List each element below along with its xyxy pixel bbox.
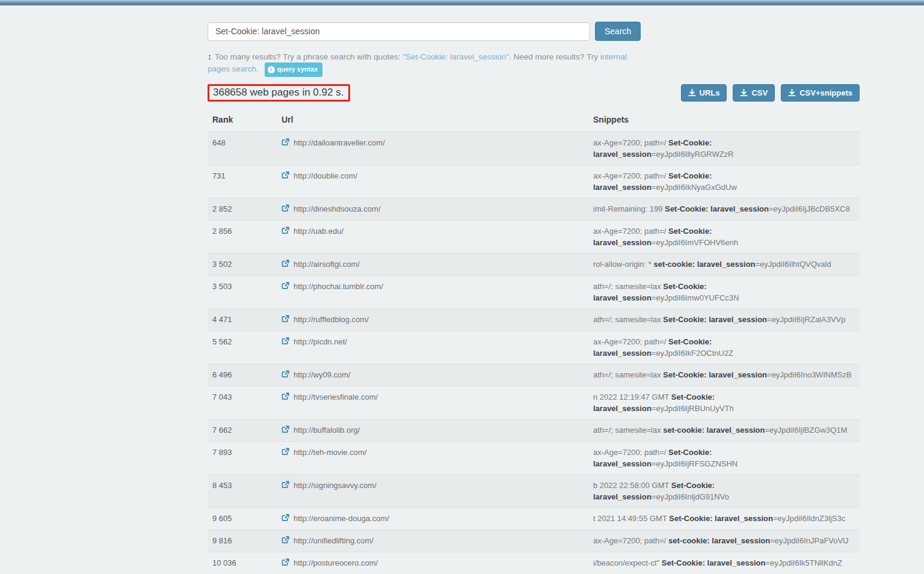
external-link-icon	[282, 392, 289, 400]
result-url-text: http://unifiedlifting.com/	[294, 535, 374, 546]
result-url-link[interactable]: http://eroanime-douga.com/	[282, 513, 389, 524]
snippet-cell: ath=/; samesite=lax Set-Cookie:laravel_s…	[588, 276, 860, 309]
result-url-text: http://ruffledblog.com/	[294, 314, 369, 325]
result-url-link[interactable]: http://postureocero.com/	[282, 557, 378, 569]
url-cell: http://teh-movie.com/	[277, 442, 588, 475]
result-url-link[interactable]: http://unifiedlifting.com/	[282, 535, 374, 546]
result-url-link[interactable]: http://airsoftgi.com/	[282, 258, 360, 270]
result-url-link[interactable]: http://ruffledblog.com/	[282, 314, 369, 325]
snippet-cell: ax-Age=7200; path=/ Set-Cookie:laravel_s…	[588, 165, 860, 198]
external-link-icon	[282, 282, 289, 290]
result-url-text: http://uab.edu/	[294, 225, 343, 237]
rank-cell: 7 662	[208, 420, 277, 442]
table-row: 5 562http://picdn.net/ax-Age=7200; path=…	[208, 331, 860, 364]
snippet-cell: ax-Age=7200; path=/ Set-Cookie:laravel_s…	[588, 442, 860, 475]
url-cell: http://ruffledblog.com/	[277, 309, 588, 331]
table-header-row: Rank Url Snippets	[208, 111, 860, 132]
table-row: 8 453http://signingsavvy.com/b 2022 22:5…	[208, 475, 860, 508]
external-link-icon	[282, 426, 289, 433]
table-row: 648http://dailoantraveller.com/ax-Age=72…	[208, 132, 860, 165]
snippet-cell: rol-allow-origin: * set-cookie: laravel_…	[588, 254, 860, 276]
column-header-snippets: Snippets	[588, 111, 860, 132]
search-hint: ↕Too many results? Try a phrase search w…	[208, 51, 635, 77]
quoted-query-link[interactable]: "Set-Cookie: laravel_session"	[402, 52, 509, 61]
snippet-cell: ax-Age=7200; path=/ Set-Cookie:laravel_s…	[588, 331, 860, 364]
rank-cell: 731	[208, 165, 277, 198]
result-url-link[interactable]: http://teh-movie.com/	[282, 447, 366, 458]
summary-row: 368658 web pages in 0.92 s. URLs CSV CSV…	[208, 84, 860, 102]
external-link-icon	[282, 171, 289, 179]
updown-arrow-icon: ↕	[208, 52, 212, 61]
export-urls-button[interactable]: URLs	[681, 84, 727, 102]
external-link-icon	[282, 536, 289, 544]
table-row: 4 471http://ruffledblog.com/ath=/; sames…	[208, 309, 860, 331]
external-link-icon	[282, 260, 289, 267]
download-icon	[688, 89, 696, 97]
rank-cell: 6 496	[208, 364, 277, 386]
url-cell: http://doublie.com/	[277, 165, 588, 198]
result-url-link[interactable]: http://tvseriesfinale.com/	[282, 391, 378, 403]
result-url-link[interactable]: http://dailoantraveller.com/	[282, 137, 385, 148]
export-buttons: URLs CSV CSV+snippets	[681, 84, 860, 102]
table-row: 2 856http://uab.edu/ax-Age=7200; path=/ …	[208, 221, 860, 254]
table-row: 7 662http://buffalolib.org/ath=/; samesi…	[208, 420, 860, 442]
export-csv-snippets-button[interactable]: CSV+snippets	[781, 84, 860, 102]
result-url-link[interactable]: http://signingsavvy.com/	[282, 480, 377, 491]
hint-text-after: .	[256, 64, 259, 73]
external-link-icon	[282, 337, 289, 345]
external-link-icon	[282, 448, 289, 456]
table-row: 9 605http://eroanime-douga.com/t 2021 14…	[208, 508, 860, 530]
download-icon	[788, 89, 796, 97]
external-link-icon	[282, 481, 289, 489]
external-link-icon	[282, 514, 289, 522]
url-cell: http://dineshdsouza.com/	[277, 198, 588, 221]
rank-cell: 9 816	[208, 530, 277, 552]
table-row: 7 893http://teh-movie.com/ax-Age=7200; p…	[208, 442, 860, 475]
search-button[interactable]: Search	[595, 22, 641, 41]
result-url-link[interactable]: http://buffalolib.org/	[282, 424, 360, 436]
rank-cell: 2 856	[208, 221, 277, 254]
snippet-cell: b 2022 22:58:00 GMT Set-Cookie:laravel_s…	[588, 475, 860, 508]
result-url-link[interactable]: http://picdn.net/	[282, 336, 347, 347]
snippet-cell: ax-Age=7200; path=/ Set-Cookie:laravel_s…	[588, 132, 860, 165]
snippet-cell: ath=/; samesite=lax Set-Cookie: laravel_…	[588, 364, 860, 386]
rank-cell: 7 043	[208, 386, 277, 420]
url-cell: http://dailoantraveller.com/	[277, 132, 588, 165]
result-url-link[interactable]: http://dineshdsouza.com/	[282, 203, 381, 215]
rank-cell: 3 503	[208, 276, 277, 309]
result-url-text: http://eroanime-douga.com/	[294, 513, 389, 524]
result-url-link[interactable]: http://doublie.com/	[282, 170, 357, 182]
table-row: 3 503http://phochai.tumblr.com/ath=/; sa…	[208, 276, 860, 309]
result-url-text: http://signingsavvy.com/	[294, 480, 377, 491]
result-url-link[interactable]: http://wy09.com/	[282, 369, 351, 380]
rank-cell: 4 471	[208, 309, 277, 331]
external-link-icon	[282, 315, 289, 323]
column-header-rank: Rank	[208, 111, 277, 132]
url-cell: http://postureocero.com/	[277, 552, 588, 574]
rank-cell: 5 562	[208, 331, 277, 364]
rank-cell: 9 605	[208, 508, 277, 530]
table-row: 3 502http://airsoftgi.com/rol-allow-orig…	[208, 254, 860, 276]
result-url-link[interactable]: http://phochai.tumblr.com/	[282, 281, 383, 292]
url-cell: http://buffalolib.org/	[277, 420, 588, 442]
query-syntax-label: query syntax	[277, 64, 318, 75]
url-cell: http://uab.edu/	[277, 221, 588, 254]
external-link-icon	[282, 558, 289, 566]
main-content: Search ↕Too many results? Try a phrase s…	[208, 5, 860, 574]
search-input[interactable]	[208, 22, 590, 41]
snippet-cell: n 2022 12:19:47 GMT Set-Cookie:laravel_s…	[588, 386, 860, 420]
url-cell: http://eroanime-douga.com/	[277, 508, 588, 530]
rank-cell: 3 502	[208, 254, 277, 276]
url-cell: http://picdn.net/	[277, 331, 588, 364]
result-url-link[interactable]: http://uab.edu/	[282, 225, 343, 237]
result-url-text: http://teh-movie.com/	[294, 447, 366, 458]
query-syntax-badge[interactable]: i query syntax	[265, 63, 323, 77]
url-cell: http://signingsavvy.com/	[277, 475, 588, 508]
export-csv-button[interactable]: CSV	[733, 84, 775, 102]
table-row: 9 816http://unifiedlifting.com/ax-Age=72…	[208, 530, 860, 552]
result-count: 368658 web pages in 0.92 s.	[208, 84, 350, 102]
snippet-cell: ath=/; samesite=lax Set-Cookie: laravel_…	[588, 309, 860, 331]
result-url-text: http://picdn.net/	[294, 336, 347, 347]
column-header-url: Url	[277, 111, 588, 132]
table-row: 731http://doublie.com/ax-Age=7200; path=…	[208, 165, 860, 198]
